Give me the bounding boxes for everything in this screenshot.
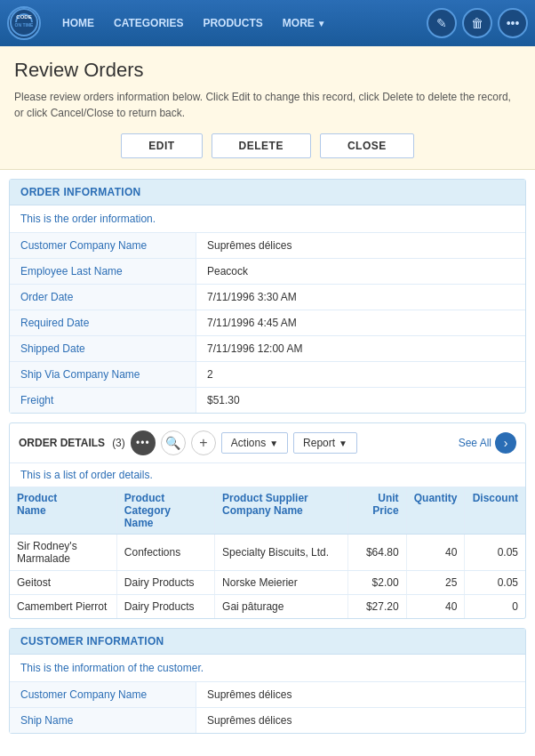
see-all-button[interactable]: See All › [459, 432, 516, 454]
field-label-order-date: Order Date [10, 285, 196, 310]
navbar: CODE ON TIME HOME CATEGORIES PRODUCTS MO… [0, 0, 535, 46]
nav-icon-group: ✎ 🗑 ••• [427, 8, 528, 38]
nav-products[interactable]: PRODUCTS [194, 13, 271, 33]
see-all-arrow-icon: › [495, 432, 516, 454]
action-buttons: EDIT DELETE CLOSE [14, 130, 521, 160]
order-details-table: ProductName Product CategoryName Product… [10, 487, 525, 618]
cust-field-value-company: Suprêmes délices [196, 682, 525, 707]
field-label-employee: Employee Last Name [10, 259, 196, 284]
cell-quantity: 40 [406, 535, 465, 571]
field-label-shipped-date: Shipped Date [10, 336, 196, 361]
customer-info-header: CUSTOMER INFORMATION [10, 629, 525, 655]
actions-dropdown[interactable]: Actions ▼ [221, 432, 288, 454]
cell-quantity: 40 [406, 595, 465, 619]
table-header-row: ProductName Product CategoryName Product… [10, 487, 525, 535]
order-info-header: ORDER INFORMATION [10, 180, 525, 205]
add-icon: + [199, 435, 207, 451]
cell-unit-price: $27.20 [348, 595, 406, 619]
logo: CODE ON TIME [7, 6, 44, 40]
cust-field-ship-name: Ship Name Suprêmes délices [10, 708, 525, 733]
cell-category: Dairy Products [116, 595, 214, 619]
chevron-down-icon: ▼ [317, 19, 326, 28]
order-details-title: ORDER DETAILS [19, 437, 105, 449]
cell-product-name: Camembert Pierrot [10, 595, 116, 619]
nav-more[interactable]: MORE ▼ [274, 13, 335, 33]
field-value-required-date: 7/11/1996 4:45 AM [196, 310, 525, 335]
col-header-category: Product CategoryName [116, 487, 214, 535]
cell-product-name: Sir Rodney's Marmalade [10, 535, 116, 571]
field-value-employee: Peacock [196, 259, 525, 284]
cell-supplier: Gai pâturage [215, 595, 348, 619]
table-row: Geitost Dairy Products Norske Meierier $… [10, 571, 525, 595]
chevron-down-icon: ▼ [269, 438, 278, 448]
svg-text:CODE: CODE [16, 14, 31, 20]
order-info-section: ORDER INFORMATION This is the order info… [9, 179, 526, 414]
customer-info-note: This is the information of the customer. [10, 655, 525, 682]
cell-supplier: Specialty Biscuits, Ltd. [215, 535, 348, 571]
col-header-supplier: Product SupplierCompany Name [215, 487, 348, 535]
col-header-discount: Discount [465, 487, 525, 535]
field-ship-via: Ship Via Company Name 2 [10, 362, 525, 388]
field-label-customer-company: Customer Company Name [10, 233, 196, 258]
field-customer-company: Customer Company Name Suprêmes délices [10, 233, 525, 259]
logo-text: CODE ON TIME [9, 7, 39, 40]
field-freight: Freight $51.30 [10, 388, 525, 413]
field-label-freight: Freight [10, 388, 196, 413]
customer-info-section: CUSTOMER INFORMATION This is the informa… [9, 628, 526, 734]
page-header: Review Orders Please review orders infor… [0, 46, 535, 170]
edit-button[interactable]: EDIT [121, 133, 202, 158]
field-value-shipped-date: 7/11/1996 12:00 AM [196, 336, 525, 361]
cell-supplier: Norske Meierier [215, 571, 348, 595]
field-employee: Employee Last Name Peacock [10, 259, 525, 285]
table-row: Sir Rodney's Marmalade Confections Speci… [10, 535, 525, 571]
col-header-product-name: ProductName [10, 487, 116, 535]
cell-discount: 0.05 [465, 571, 525, 595]
order-details-count: (3) [112, 437, 125, 449]
page-title: Review Orders [14, 59, 521, 82]
cell-category: Confections [116, 535, 214, 571]
nav-categories[interactable]: CATEGORIES [105, 13, 192, 33]
field-shipped-date: Shipped Date 7/11/1996 12:00 AM [10, 336, 525, 362]
field-label-ship-via: Ship Via Company Name [10, 362, 196, 387]
field-order-date: Order Date 7/11/1996 3:30 AM [10, 285, 525, 310]
field-value-ship-via: 2 [196, 362, 525, 387]
field-label-required-date: Required Date [10, 310, 196, 335]
see-all-label: See All [459, 437, 491, 449]
cust-field-value-ship-name: Suprêmes délices [196, 708, 525, 733]
edit-nav-button[interactable]: ✎ [427, 8, 457, 38]
cell-unit-price: $64.80 [348, 535, 406, 571]
report-dropdown[interactable]: Report ▼ [293, 432, 357, 454]
col-header-unit-price: Unit Price [348, 487, 406, 535]
cell-discount: 0.05 [465, 535, 525, 571]
details-more-button[interactable]: ••• [131, 430, 156, 455]
details-search-button[interactable]: 🔍 [161, 430, 186, 455]
page-description: Please review orders information below. … [14, 89, 521, 121]
field-value-freight: $51.30 [196, 388, 525, 413]
close-button[interactable]: CLOSE [320, 133, 414, 158]
logo-circle: CODE ON TIME [7, 6, 41, 40]
order-info-note: This is the order information. [10, 205, 525, 233]
cust-field-label-company: Customer Company Name [10, 682, 196, 707]
chevron-down-icon: ▼ [339, 438, 347, 448]
field-value-customer-company: Suprêmes délices [196, 233, 525, 258]
delete-nav-button[interactable]: 🗑 [462, 8, 492, 38]
cell-unit-price: $2.00 [348, 571, 406, 595]
cust-field-company: Customer Company Name Suprêmes délices [10, 682, 525, 708]
cell-category: Dairy Products [116, 571, 214, 595]
field-value-order-date: 7/11/1996 3:30 AM [196, 285, 525, 310]
search-icon: 🔍 [165, 436, 180, 450]
order-details-section: ORDER DETAILS (3) ••• 🔍 + Actions ▼ Repo… [9, 422, 526, 619]
cell-quantity: 25 [406, 571, 465, 595]
details-note: This is a list of order details. [10, 463, 525, 487]
details-add-button[interactable]: + [191, 430, 216, 455]
cell-discount: 0 [465, 595, 525, 619]
cust-field-label-ship-name: Ship Name [10, 708, 196, 733]
col-header-quantity: Quantity [406, 487, 465, 535]
more-nav-button[interactable]: ••• [498, 8, 528, 38]
delete-button[interactable]: DELETE [212, 133, 311, 158]
nav-home[interactable]: HOME [53, 13, 103, 33]
details-toolbar: ORDER DETAILS (3) ••• 🔍 + Actions ▼ Repo… [10, 423, 525, 463]
field-required-date: Required Date 7/11/1996 4:45 AM [10, 310, 525, 336]
cell-product-name: Geitost [10, 571, 116, 595]
svg-text:ON TIME: ON TIME [15, 22, 34, 28]
